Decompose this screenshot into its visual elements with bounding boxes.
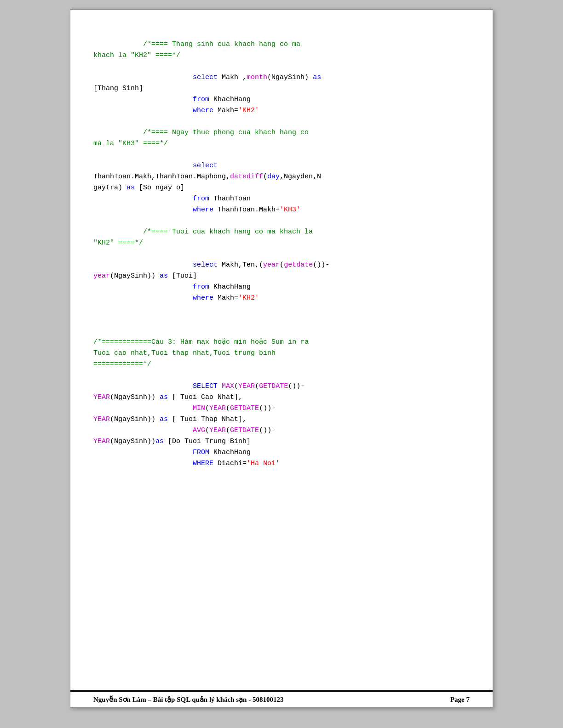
page-content: /*==== Thang sinh cua khach hang co ma k… (70, 10, 493, 690)
page: /*==== Thang sinh cua khach hang co ma k… (70, 9, 493, 708)
footer-right: Page 7 (450, 696, 470, 704)
footer-left: Nguyễn Sơn Lâm – Bài tập SQL quản lý khá… (93, 695, 283, 704)
code-block: /*==== Thang sinh cua khach hang co ma k… (93, 28, 470, 480)
footer: Nguyễn Sơn Lâm – Bài tập SQL quản lý khá… (70, 690, 493, 707)
